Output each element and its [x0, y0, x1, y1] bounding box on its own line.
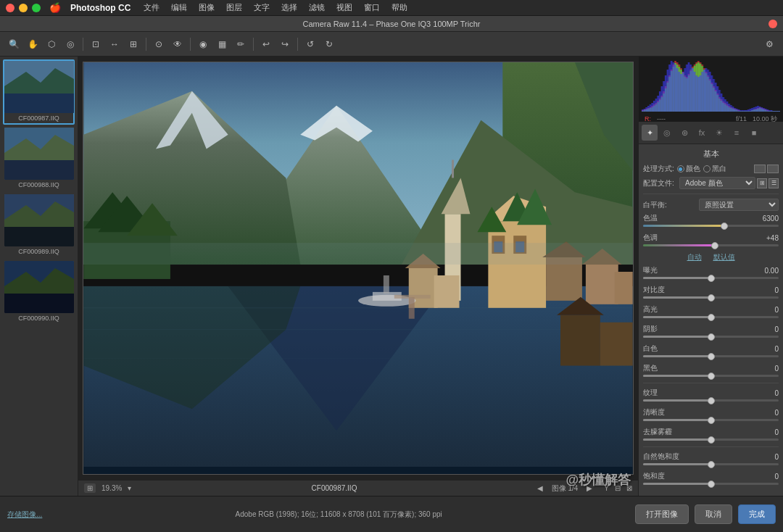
sliders-group-2-fill-1 [643, 419, 711, 421]
tint-slider-thumb[interactable] [711, 242, 718, 249]
menu-item-图像[interactable]: 图像 [194, 1, 220, 14]
view-options-btn[interactable]: ⊟ [615, 484, 621, 492]
minimize-button[interactable] [19, 4, 28, 12]
sliders-group-3-track-0[interactable] [643, 463, 779, 465]
wb-tool[interactable]: ⬡ [44, 36, 59, 52]
sliders-group-2-track-0[interactable] [643, 399, 779, 402]
sliders-group-1-track-5[interactable] [643, 375, 779, 377]
rotate-cw-btn[interactable]: ↻ [321, 36, 337, 52]
panel-tab-1[interactable]: ◎ [659, 125, 675, 141]
sliders-group-3-thumb-0[interactable] [708, 461, 715, 468]
auto-btn[interactable]: 自动 [687, 252, 702, 262]
temp-slider-thumb[interactable] [721, 223, 728, 230]
grid-icon[interactable] [754, 165, 766, 173]
treatment-bw-radio[interactable] [703, 165, 710, 173]
sliders-group-2-thumb-1[interactable] [708, 417, 715, 424]
sliders-group-3-track-1[interactable] [643, 483, 779, 485]
treatment-color-radio[interactable] [677, 165, 684, 173]
settings-btn[interactable]: ⚙ [761, 36, 777, 52]
tint-slider-track[interactable] [643, 244, 779, 246]
sliders-group-1-track-0[interactable] [643, 277, 779, 279]
menu-item-选择[interactable]: 选择 [276, 1, 302, 14]
zoom-tool[interactable]: 🔍 [6, 36, 22, 52]
hand-tool[interactable]: ✋ [25, 36, 41, 52]
film-thumb-3 [4, 261, 74, 313]
nav-prev-btn[interactable]: ◀ [537, 484, 543, 492]
wb-select[interactable]: 原照设置 [699, 199, 779, 211]
sliders-group-2-thumb-2[interactable] [708, 436, 715, 444]
redeye-tool[interactable]: 👁 [170, 36, 186, 52]
film-item-1[interactable]: CF000988.IIQ [3, 126, 75, 191]
close-button[interactable] [6, 4, 14, 12]
film-item-2[interactable]: CF000989.IIQ [3, 193, 75, 258]
menu-item-文字[interactable]: 文字 [249, 1, 275, 14]
sliders-group-2-track-1[interactable] [643, 419, 779, 421]
sliders-group-1-thumb-4[interactable] [708, 353, 715, 360]
defaults-btn[interactable]: 默认值 [713, 252, 735, 262]
undo-btn[interactable]: ↩ [258, 36, 274, 52]
open-image-btn[interactable]: 打开图像 [635, 504, 689, 524]
profile-grid-btn[interactable]: ⊞ [757, 178, 767, 188]
menu-item-帮助[interactable]: 帮助 [386, 1, 413, 14]
sliders-group-3-thumb-1[interactable] [708, 481, 715, 488]
film-item-0[interactable]: CF000987.IIQ [3, 59, 75, 125]
menu-item-窗口[interactable]: 窗口 [359, 1, 385, 14]
sliders-group-1-label-4: 白色 [643, 344, 679, 354]
sliders-group-1-track-3[interactable] [643, 336, 779, 338]
menu-item-滤镜[interactable]: 滤镜 [304, 1, 330, 14]
sliders-group-2-thumb-0[interactable] [708, 397, 715, 404]
spot-tool[interactable]: ⊙ [151, 36, 167, 52]
sliders-group-1-thumb-3[interactable] [708, 333, 715, 341]
fullscreen-button[interactable] [32, 4, 41, 12]
menu-item-编辑[interactable]: 编辑 [166, 1, 192, 14]
profile-list-btn[interactable]: ☰ [768, 178, 779, 188]
sliders-group-1-thumb-0[interactable] [708, 275, 715, 282]
film-item-3[interactable]: CF000990.IIQ [3, 259, 75, 325]
menu-item-视图[interactable]: 视图 [331, 1, 357, 14]
panel-tab-5[interactable]: ≡ [729, 125, 745, 141]
sliders-group-1-thumb-2[interactable] [708, 314, 715, 321]
temp-slider-track[interactable] [643, 225, 779, 227]
gradient-tool[interactable]: ▦ [214, 36, 230, 52]
profile-select[interactable]: Adobe 颜色 [679, 177, 755, 189]
panel-tab-2[interactable]: ⊛ [676, 125, 692, 141]
zoom-dropdown-icon[interactable]: ▾ [128, 484, 131, 492]
sliders-group-1-track-1[interactable] [643, 296, 779, 299]
sliders-group-1-track-4[interactable] [643, 355, 779, 357]
treatment-bw-option[interactable]: 黑白 [703, 164, 726, 174]
nav-next-btn[interactable]: ▶ [587, 484, 592, 492]
treatment-color-option[interactable]: 颜色 [677, 164, 700, 174]
title-bar: 🍎 Photoshop CC 文件编辑图像图层文字选择滤镜视图窗口帮助 [0, 0, 783, 16]
panel-tab-6[interactable]: ■ [746, 125, 762, 141]
save-image-link[interactable]: 存储图像... [7, 510, 42, 520]
rotate-ccw-btn[interactable]: ↺ [302, 36, 318, 52]
sync-btn[interactable]: Y [604, 484, 609, 492]
sliders-group-1-thumb-5[interactable] [708, 373, 715, 380]
panel-tab-3[interactable]: fx [694, 125, 710, 141]
list-icon[interactable] [767, 165, 779, 173]
compare-btn[interactable]: ⊠ [626, 484, 632, 492]
sliders-group-2-track-2[interactable] [643, 439, 779, 441]
cancel-btn[interactable]: 取消 [695, 504, 732, 524]
radial-tool[interactable]: ◉ [195, 36, 211, 52]
sliders-group-1-slider-2: 高光0 [643, 304, 779, 318]
brush-tool[interactable]: ✏ [233, 36, 249, 52]
transform-tool[interactable]: ⊞ [125, 36, 141, 52]
film-label-2: CF000989.IIQ [4, 246, 73, 257]
cr-close-button[interactable] [768, 20, 777, 28]
menu-item-文件[interactable]: 文件 [138, 1, 165, 14]
sliders-group-1-track-2[interactable] [643, 316, 779, 318]
grid-view-btn[interactable]: ⊞ [84, 483, 96, 493]
sliders-group-1-fill-3 [643, 336, 711, 338]
sliders-group-1-fill-5 [643, 375, 711, 377]
panel-tab-4[interactable]: ☀ [711, 125, 727, 141]
panel-tab-0[interactable]: ✦ [642, 125, 658, 141]
crop-tool[interactable]: ⊡ [88, 36, 104, 52]
sliders-group-1-thumb-1[interactable] [708, 294, 715, 302]
target-tool[interactable]: ◎ [62, 36, 78, 52]
straighten-tool[interactable]: ↔ [107, 36, 123, 52]
redo-btn[interactable]: ↪ [277, 36, 293, 52]
sliders-group-2-fill-2 [643, 439, 711, 441]
done-btn[interactable]: 完成 [738, 504, 776, 524]
menu-item-图层[interactable]: 图层 [221, 1, 247, 14]
